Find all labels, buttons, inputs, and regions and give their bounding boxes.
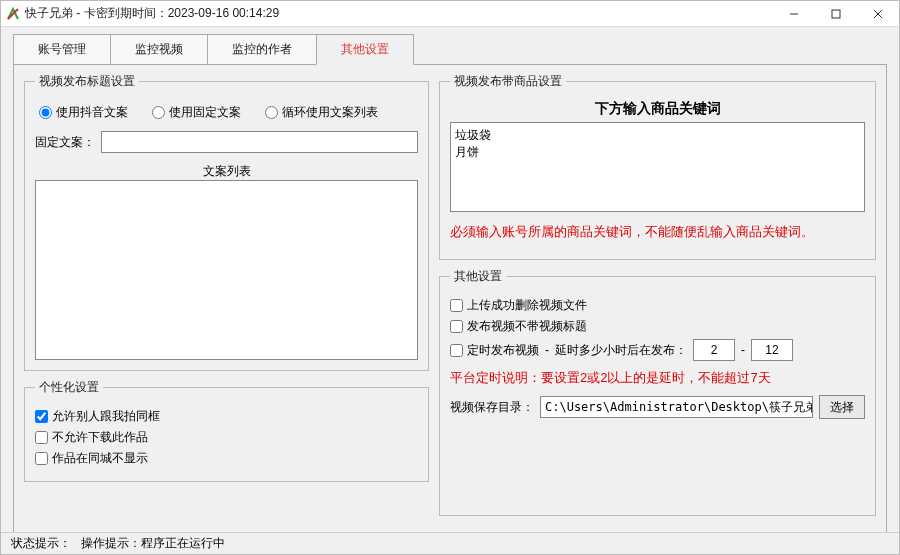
keyword-warning: 必须输入账号所属的商品关键词，不能随便乱输入商品关键词。: [450, 223, 865, 241]
chk-no-title[interactable]: 发布视频不带视频标题: [450, 318, 587, 335]
group-other-legend: 其他设置: [450, 268, 506, 285]
expiry-time: 2023-09-16 00:14:29: [168, 6, 279, 20]
chk-no-title-input[interactable]: [450, 320, 463, 333]
status-right: 操作提示：程序正在运行中: [81, 535, 225, 552]
titlebar: 快子兄弟 - 卡密到期时间：2023-09-16 00:14:29: [1, 1, 899, 27]
tab-other-settings[interactable]: 其他设置: [316, 34, 414, 65]
window-title: 快子兄弟 - 卡密到期时间：2023-09-16 00:14:29: [25, 5, 279, 22]
expiry-prefix: 卡密到期时间：: [84, 6, 168, 20]
content-root: 账号管理 监控视频 监控的作者 其他设置 视频发布标题设置 使用抖音文案 使用固…: [1, 27, 899, 532]
tab-page-other: 视频发布标题设置 使用抖音文案 使用固定文案 循环使用文案列表: [13, 64, 887, 533]
timer-to-input[interactable]: [751, 339, 793, 361]
group-other: 其他设置 上传成功删除视频文件 发布视频不带视频标题 定时发布视频 - 延时多少…: [439, 268, 876, 516]
radio-loop[interactable]: 循环使用文案列表: [265, 104, 378, 121]
choose-path-button[interactable]: 选择: [819, 395, 865, 419]
copy-list-box[interactable]: [35, 180, 418, 360]
chk-hide-city-input[interactable]: [35, 452, 48, 465]
save-path-row: 视频保存目录： C:\Users\Administrator\Desktop\筷…: [450, 395, 865, 419]
chk-no-download-input[interactable]: [35, 431, 48, 444]
chk-timer-input[interactable]: [450, 344, 463, 357]
save-path-field[interactable]: C:\Users\Administrator\Desktop\筷子兄弟\视频: [540, 396, 813, 418]
maximize-button[interactable]: [815, 1, 857, 27]
chk-timer[interactable]: 定时发布视频: [450, 342, 539, 359]
save-path-label: 视频保存目录：: [450, 399, 534, 416]
status-left: 状态提示：: [11, 535, 71, 552]
timer-from-input[interactable]: [693, 339, 735, 361]
tab-account[interactable]: 账号管理: [13, 34, 111, 65]
keyword-head: 下方输入商品关键词: [450, 100, 865, 118]
title-radio-row: 使用抖音文案 使用固定文案 循环使用文案列表: [39, 104, 418, 121]
group-personal-legend: 个性化设置: [35, 379, 103, 396]
close-button[interactable]: [857, 1, 899, 27]
radio-loop-input[interactable]: [265, 106, 278, 119]
group-title-legend: 视频发布标题设置: [35, 73, 139, 90]
tab-monitor-video[interactable]: 监控视频: [110, 34, 208, 65]
group-personal: 个性化设置 允许别人跟我拍同框 不允许下载此作品 作品在同城不显示: [24, 379, 429, 482]
fixed-text-input[interactable]: [101, 131, 418, 153]
group-title-settings: 视频发布标题设置 使用抖音文案 使用固定文案 循环使用文案列表: [24, 73, 429, 371]
tab-strip: 账号管理 监控视频 监控的作者 其他设置: [13, 33, 887, 64]
chk-follow[interactable]: 允许别人跟我拍同框: [35, 408, 160, 425]
radio-douyin[interactable]: 使用抖音文案: [39, 104, 128, 121]
app-name: 快子兄弟: [25, 6, 73, 20]
chk-del-after-input[interactable]: [450, 299, 463, 312]
timer-note: 平台定时说明：要设置2或2以上的是延时，不能超过7天: [450, 369, 865, 387]
keyword-textarea[interactable]: [450, 122, 865, 212]
minimize-button[interactable]: [773, 1, 815, 27]
chk-del-after[interactable]: 上传成功删除视频文件: [450, 297, 587, 314]
list-label: 文案列表: [35, 163, 418, 180]
tab-monitor-author[interactable]: 监控的作者: [207, 34, 317, 65]
timer-label: 延时多少小时后在发布：: [555, 342, 687, 359]
right-column: 视频发布带商品设置 下方输入商品关键词 必须输入账号所属的商品关键词，不能随便乱…: [439, 73, 876, 524]
fixed-text-label: 固定文案：: [35, 134, 95, 151]
radio-douyin-input[interactable]: [39, 106, 52, 119]
svg-rect-1: [832, 10, 840, 18]
group-goods-legend: 视频发布带商品设置: [450, 73, 566, 90]
chk-follow-input[interactable]: [35, 410, 48, 423]
status-bar: 状态提示： 操作提示：程序正在运行中: [1, 532, 899, 554]
group-goods: 视频发布带商品设置 下方输入商品关键词 必须输入账号所属的商品关键词，不能随便乱…: [439, 73, 876, 260]
left-column: 视频发布标题设置 使用抖音文案 使用固定文案 循环使用文案列表: [24, 73, 429, 524]
fixed-text-row: 固定文案：: [35, 131, 418, 153]
radio-fixed[interactable]: 使用固定文案: [152, 104, 241, 121]
app-icon: [5, 6, 21, 22]
chk-hide-city[interactable]: 作品在同城不显示: [35, 450, 148, 467]
chk-no-download[interactable]: 不允许下载此作品: [35, 429, 148, 446]
timer-row: 定时发布视频 - 延时多少小时后在发布： -: [450, 339, 865, 361]
radio-fixed-input[interactable]: [152, 106, 165, 119]
